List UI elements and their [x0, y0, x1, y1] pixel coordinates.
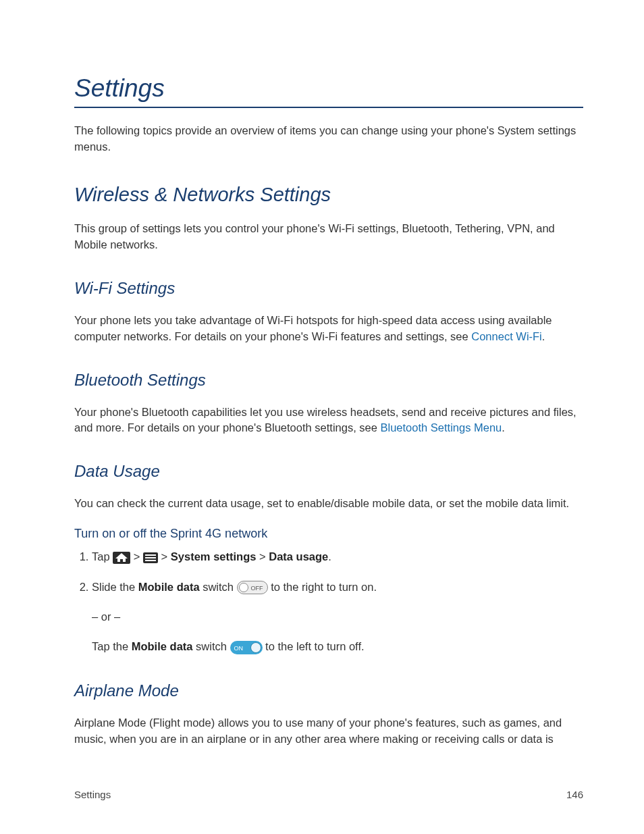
datausage-body: You can check the current data usage, se…: [74, 496, 583, 512]
page-footer: Settings 146: [74, 789, 583, 800]
step1-tap: Tap: [92, 550, 113, 563]
step1-gt2: >: [161, 550, 171, 563]
toggle-off-icon: OFF: [237, 581, 268, 594]
step1-data-usage: Data usage: [269, 550, 328, 563]
step-2: Slide the Mobile data switch OFF to the …: [92, 578, 583, 656]
step2-mobile-data-2: Mobile data: [132, 640, 193, 652]
footer-right: 146: [566, 789, 583, 800]
steps-list: Tap > > System settings > Data usage. Sl…: [74, 548, 583, 656]
step2-switch-1: switch: [200, 581, 237, 593]
step2-or: – or –: [92, 608, 583, 625]
step2-right: to the right to turn on.: [271, 581, 377, 593]
step2-line2: Tap the Mobile data switch ON to the lef…: [92, 637, 583, 655]
bluetooth-menu-link[interactable]: Bluetooth Settings Menu: [381, 421, 502, 434]
svg-marker-0: [115, 553, 128, 562]
wifi-body-after: .: [542, 330, 545, 342]
step2-mobile-data-1: Mobile data: [138, 581, 200, 593]
step2-left: to the left to turn off.: [265, 640, 364, 652]
step2-switch-2: switch: [192, 640, 230, 652]
toggle-on-label: ON: [234, 644, 244, 653]
bluetooth-body-after: .: [502, 421, 505, 434]
wifi-heading: Wi-Fi Settings: [74, 279, 583, 298]
bluetooth-body: Your phone's Bluetooth capabilities let …: [74, 405, 583, 437]
footer-left: Settings: [74, 789, 111, 800]
step1-gt3: >: [259, 550, 269, 563]
airplane-body: Airplane Mode (Flight mode) allows you t…: [74, 715, 583, 748]
step1-system-settings: System settings: [171, 550, 257, 563]
home-icon: [113, 552, 130, 564]
step1-gt1: >: [134, 550, 143, 563]
connect-wifi-link[interactable]: Connect Wi-Fi: [471, 330, 542, 342]
step2-slide: Slide the: [92, 581, 138, 593]
step1-period: .: [328, 550, 331, 563]
page-title: Settings: [74, 74, 583, 108]
wireless-body: This group of settings lets you control …: [74, 221, 583, 253]
menu-icon: [143, 552, 158, 563]
toggle-on-icon: ON: [230, 641, 263, 654]
wireless-heading: Wireless & Networks Settings: [74, 184, 583, 206]
airplane-heading: Airplane Mode: [74, 681, 583, 700]
toggle-off-label: OFF: [251, 583, 263, 593]
wifi-body: Your phone lets you take advantage of Wi…: [74, 313, 583, 345]
datausage-heading: Data Usage: [74, 462, 583, 481]
sprint4g-heading: Turn on or off the Sprint 4G network: [74, 527, 583, 541]
step2-tap: Tap the: [92, 640, 132, 652]
intro-paragraph: The following topics provide an overview…: [74, 123, 583, 155]
step-1: Tap > > System settings > Data usage.: [92, 548, 583, 565]
bluetooth-heading: Bluetooth Settings: [74, 371, 583, 390]
